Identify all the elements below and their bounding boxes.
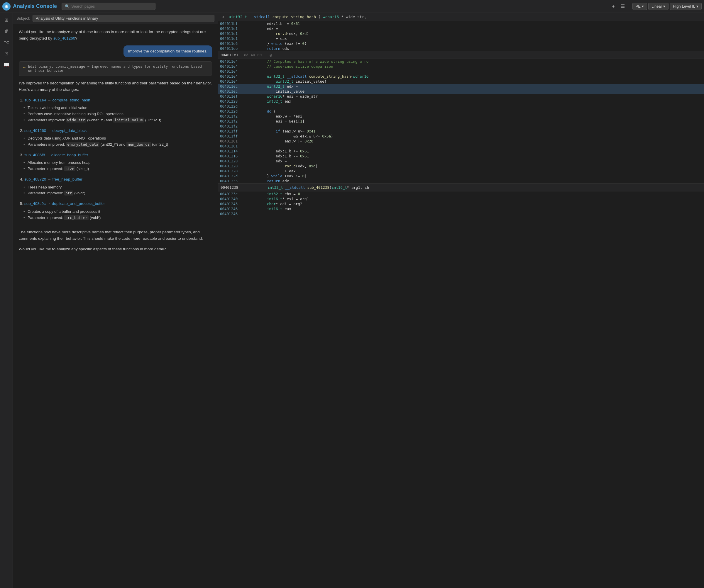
highlighted-code-row: 004011ec uint32_t edx =	[218, 84, 704, 89]
table-row: 004011de return edx	[218, 46, 704, 51]
duplicate-and-process-buffer-link[interactable]: duplicate_and_process_buffer	[52, 201, 105, 206]
item-1-bullets: Takes a wide string and initial value Pe…	[20, 105, 212, 123]
home-icon[interactable]: ⊞	[2, 15, 11, 24]
list-item: 2. sub_401260 → decrypt_data_block Decry…	[20, 128, 212, 148]
list-item: 5. sub_408c9c → duplicate_and_process_bu…	[20, 200, 212, 221]
table-row: 004011e4 // Computes a hash of a wide st…	[218, 59, 704, 64]
table-row: 004011ff if (eax.w u>= 0x41	[218, 129, 704, 134]
code-header: ↺ uint32_t __stdcall compute_string_hash…	[218, 13, 704, 21]
sub-408c9c-link[interactable]: sub_408c9c	[24, 201, 46, 206]
table-row: 00401246 int16_t eax	[218, 206, 704, 211]
highlighted-code-row: 004011ec initial_value	[218, 89, 704, 94]
code-section-divider: 004011e1 8d 40 00 .@.	[218, 51, 704, 59]
item-2-bullets: Decrypts data using XOR and NOT operatio…	[20, 135, 212, 148]
item-5-header: 5. sub_408c9c → duplicate_and_process_bu…	[20, 200, 212, 207]
commit-text: Edit binary: commit_message = Improved n…	[28, 64, 208, 73]
main-layout: ⊞ # ⌥ ⊡ 📖 Subject: Would you like me to …	[0, 13, 704, 588]
app-title: Analysis Console	[13, 3, 57, 9]
table-row: 00401240 int16_t* esi = arg1	[218, 196, 704, 201]
table-row: 00401228 int32_t eax	[218, 99, 704, 104]
list-item: 3. sub_4086f8 → allocate_heap_buffer All…	[20, 152, 212, 172]
pe-button[interactable]: PE ▾	[632, 3, 647, 10]
compute-string-hash-link[interactable]: compute_string_hash	[52, 98, 90, 102]
table-row: 004011d1 edx =	[218, 26, 704, 31]
final-question: Would you like me to analyze any specifi…	[19, 246, 212, 252]
sub-4086f8-link[interactable]: sub_4086f8	[24, 153, 45, 157]
table-row: 00401216 edx:1.b -= 0x61	[218, 153, 704, 158]
table-row: 004011e4 uint32_t __stdcall compute_stri…	[218, 74, 704, 79]
table-row: 00401246	[218, 211, 704, 216]
subject-bar: Subject:	[13, 13, 218, 24]
book-icon[interactable]: 📖	[2, 60, 11, 69]
linear-button[interactable]: Linear ▾	[648, 3, 668, 10]
table-row: 004011ff && eax.w u<= 0x5a)	[218, 134, 704, 139]
subject-input[interactable]	[33, 15, 215, 22]
edit-icon: ✏️	[23, 64, 25, 69]
left-sidebar: ⊞ # ⌥ ⊡ 📖	[0, 13, 13, 588]
footer-message: The functions now have more descriptive …	[19, 229, 212, 242]
table-row: 00401214 edx:1.b += 0x61	[218, 149, 704, 153]
hil-button[interactable]: High Level IL ▾	[670, 3, 702, 10]
list-item: 4. sub_408720 → free_heap_buffer Frees h…	[20, 176, 212, 196]
chat-area[interactable]: Would you like me to analyze any of thes…	[13, 24, 218, 588]
list-item: 1. sub_4011e4 → compute_string_hash Take…	[20, 97, 212, 123]
topbar-actions: + ☰	[610, 2, 626, 10]
table-row: 004011d6 } while (eax != 0)	[218, 41, 704, 46]
right-panel: ↺ uint32_t __stdcall compute_string_hash…	[218, 13, 704, 588]
menu-button[interactable]: ☰	[619, 2, 627, 10]
table-row: 004011bf edx:1.b -= 0x61	[218, 21, 704, 26]
item-5-bullets: Creates a copy of a buffer and processes…	[20, 209, 212, 221]
hash-icon[interactable]: #	[2, 26, 11, 36]
code-section-divider-2: 00401238 int32_t __stdcall sub_401238(in…	[218, 184, 704, 191]
app-logo: ⊛	[2, 2, 11, 10]
table-row: 00401228 + eax	[218, 169, 704, 174]
table-row: 004011e4	[218, 69, 704, 74]
table-row: 00401235 return edx	[218, 179, 704, 184]
allocate-heap-buffer-link[interactable]: allocate_heap_buffer	[51, 153, 88, 157]
table-row: 0040122d	[218, 104, 704, 109]
commit-message-box: ✏️ Edit binary: commit_message = Improve…	[19, 61, 212, 76]
graph-icon[interactable]: ⊡	[2, 49, 11, 58]
table-row: 004011f2 eax.w = *esi	[218, 114, 704, 119]
search-input[interactable]	[71, 4, 152, 8]
table-row: 004011e4 uint32_t initial_value)	[218, 79, 704, 84]
item-1-header: 1. sub_4011e4 → compute_string_hash	[20, 97, 212, 104]
table-row: 004011d1 ror.d(edx, 0xd)	[218, 31, 704, 36]
table-row: 00401228 edx =	[218, 158, 704, 164]
subject-label: Subject:	[16, 16, 30, 20]
item-4-bullets: Frees heap memory Parameter improved: pt…	[20, 184, 212, 197]
code-icon[interactable]: ⌥	[2, 38, 11, 47]
content-area: Subject: Would you like me to analyze an…	[13, 13, 704, 588]
table-row: 00401228 ror.d(edx, 0xd)	[218, 164, 704, 169]
item-3-header: 3. sub_4086f8 → allocate_heap_buffer	[20, 152, 212, 158]
code-table: 004011bf edx:1.b -= 0x61 004011d1 edx = …	[218, 21, 704, 216]
sub-4011e4-link[interactable]: sub_4011e4	[24, 98, 46, 102]
table-row: 00401201 eax.w |= 0x20	[218, 139, 704, 144]
item-2-header: 2. sub_401260 → decrypt_data_block	[20, 128, 212, 134]
sub-408720-link[interactable]: sub_408720	[24, 177, 46, 182]
table-row: 0040122d do {	[218, 109, 704, 114]
add-button[interactable]: +	[610, 3, 616, 10]
sub-401260-link[interactable]: sub_401260	[53, 36, 75, 41]
search-icon: 🔍	[65, 4, 69, 8]
code-scroll-area[interactable]: 004011bf edx:1.b -= 0x61 004011d1 edx = …	[218, 21, 704, 588]
free-heap-buffer-link[interactable]: free_heap_buffer	[52, 177, 82, 182]
table-row: 004011f2 esi = &esi[1]	[218, 119, 704, 124]
decrypt-data-block-link[interactable]: decrypt_data_block	[52, 128, 86, 133]
table-row: 00401243 char* edi = arg2	[218, 201, 704, 206]
left-panel: Subject: Would you like me to analyze an…	[13, 13, 218, 588]
topbar: ⊛ Analysis Console 🔍 + ☰ PE ▾ Linear ▾ H…	[0, 0, 704, 13]
item-3-bullets: Allocates memory from process heap Param…	[20, 160, 212, 172]
sub-401260-link2[interactable]: sub_401260	[24, 128, 46, 133]
user-message-bubble: Improve the decompilation for these rout…	[123, 46, 212, 57]
table-row: 004011f2	[218, 124, 704, 129]
changes-list: 1. sub_4011e4 → compute_string_hash Take…	[19, 97, 212, 225]
item-4-header: 4. sub_408720 → free_heap_buffer	[20, 176, 212, 183]
table-row: 0040122d } while (eax != 0)	[218, 174, 704, 179]
search-bar[interactable]: 🔍	[62, 3, 156, 10]
response-intro: I've improved the decompilation by renam…	[19, 80, 212, 92]
table-row: 004011d1 + eax	[218, 36, 704, 41]
table-row: 00401201	[218, 144, 704, 149]
intro-message: Would you like me to analyze any of thes…	[19, 29, 212, 41]
table-row: 004011ef wchar16* esi = wide_str	[218, 94, 704, 99]
